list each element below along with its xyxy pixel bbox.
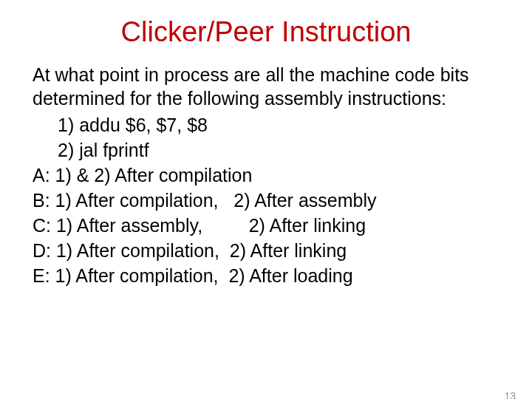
choice-e: E: 1) After compilation, 2) After loadin… bbox=[33, 264, 499, 287]
choice-d: D: 1) After compilation, 2) After linkin… bbox=[33, 239, 499, 262]
instruction-1: 1) addu $6, $7, $8 bbox=[58, 113, 499, 137]
question-text: At what point in process are all the mac… bbox=[33, 63, 499, 110]
slide: Clicker/Peer Instruction At what point i… bbox=[0, 16, 532, 399]
choice-list: A: 1) & 2) After compilation B: 1) After… bbox=[33, 163, 499, 287]
choice-b: B: 1) After compilation, 2) After assemb… bbox=[33, 188, 499, 212]
choice-a: A: 1) & 2) After compilation bbox=[33, 163, 499, 187]
instr2-num: 2) bbox=[58, 140, 79, 160]
choice-c: C: 1) After assembly, 2) After linking bbox=[33, 214, 499, 237]
instruction-list: 1) addu $6, $7, $8 2) jal fprintf bbox=[33, 113, 499, 162]
instruction-2: 2) jal fprintf bbox=[58, 138, 499, 162]
instr2-code: jal fprintf bbox=[79, 140, 149, 160]
instr1-num: 1) bbox=[58, 115, 79, 135]
instr1-code: addu $6, $7, $8 bbox=[79, 115, 208, 135]
slide-body: At what point in process are all the mac… bbox=[0, 63, 532, 287]
page-number: 13 bbox=[504, 390, 516, 399]
slide-title: Clicker/Peer Instruction bbox=[0, 16, 532, 48]
